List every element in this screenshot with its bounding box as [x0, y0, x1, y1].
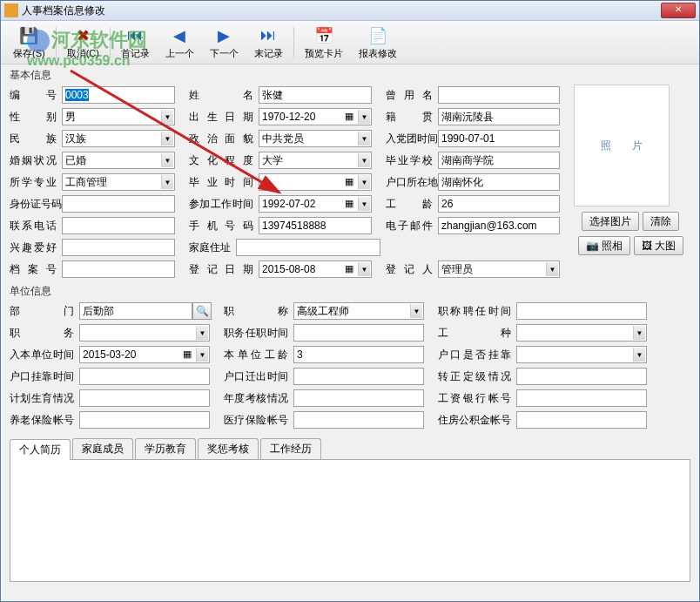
formername-label: 曾 用 名	[386, 88, 438, 103]
chevron-down-icon[interactable]: ▼	[358, 110, 370, 124]
gender-combo[interactable]: 男▼	[62, 108, 175, 125]
fileno-input[interactable]	[62, 260, 175, 278]
regular-input[interactable]	[516, 368, 647, 385]
tab-resume[interactable]: 个人简历	[10, 439, 71, 460]
chevron-down-icon[interactable]: ▼	[410, 304, 422, 318]
marriage-combo[interactable]: 已婚▼	[62, 152, 175, 169]
address-label: 家庭住址	[189, 240, 236, 255]
address-input[interactable]	[236, 239, 380, 256]
idcard-input[interactable]	[62, 195, 175, 213]
first-record-button[interactable]: ⏮首记录	[114, 24, 157, 62]
app-icon	[4, 3, 18, 17]
hobby-input[interactable]	[62, 239, 175, 256]
unitage-input[interactable]	[293, 346, 424, 363]
workage-input[interactable]	[438, 195, 560, 213]
chevron-down-icon[interactable]: ▼	[358, 153, 370, 167]
workage-label: 工 龄	[386, 197, 438, 212]
chevron-down-icon[interactable]: ▼	[358, 262, 370, 276]
medical-input[interactable]	[293, 411, 424, 429]
native-label: 籍 贯	[386, 110, 438, 125]
chevron-down-icon[interactable]: ▼	[358, 132, 370, 145]
next-record-button[interactable]: ▶下一个	[203, 24, 246, 62]
hukouout-input[interactable]	[293, 368, 424, 385]
birthplan-label: 计划生育情况	[10, 391, 79, 406]
photo-placeholder: 照片	[574, 85, 670, 206]
name-input[interactable]	[259, 86, 372, 104]
tab-work[interactable]: 工作经历	[260, 438, 321, 459]
chevron-down-icon[interactable]: ▼	[161, 110, 173, 124]
education-label: 文化程度	[189, 153, 259, 168]
position-label: 职 务	[10, 326, 79, 341]
select-image-button[interactable]: 选择图片	[582, 212, 639, 231]
annual-input[interactable]	[293, 389, 424, 407]
chevron-down-icon[interactable]: ▼	[161, 175, 173, 189]
chevron-down-icon[interactable]: ▼	[161, 153, 173, 167]
phone-input[interactable]	[62, 217, 175, 234]
tab-family[interactable]: 家庭成员	[72, 438, 133, 459]
regdate-date[interactable]: 2015-08-08▦▼	[259, 260, 372, 278]
partydate-input[interactable]	[438, 130, 560, 147]
close-button[interactable]: ✕	[661, 3, 696, 18]
nation-combo[interactable]: 汉族▼	[62, 130, 175, 147]
birthplan-input[interactable]	[79, 389, 210, 407]
report-icon: 📄	[367, 25, 388, 46]
email-input[interactable]	[438, 217, 560, 234]
titlebar: 人事档案信息修改 ✕	[1, 1, 699, 21]
chevron-down-icon[interactable]: ▼	[633, 326, 645, 340]
cancel-icon: ✖	[72, 25, 93, 46]
camera-button[interactable]: 📷照相	[578, 236, 630, 255]
preview-card-button[interactable]: 📅预览卡片	[298, 24, 350, 62]
enlarge-button[interactable]: 🖼大图	[634, 236, 683, 255]
school-label: 毕业学校	[386, 153, 438, 168]
save-button[interactable]: 💾保存(S)	[6, 24, 52, 62]
chevron-down-icon[interactable]: ▼	[161, 132, 173, 145]
position-combo[interactable]: ▼	[79, 324, 210, 342]
dept-input[interactable]	[79, 302, 192, 320]
chevron-down-icon[interactable]: ▼	[358, 197, 370, 211]
registrar-combo[interactable]: 管理员▼	[438, 260, 560, 278]
native-input[interactable]	[438, 108, 560, 125]
annual-label: 年度考核情况	[224, 391, 293, 406]
worktype-combo[interactable]: ▼	[516, 324, 647, 342]
posdate-input[interactable]	[293, 324, 424, 342]
chevron-down-icon[interactable]: ▼	[196, 348, 208, 362]
chevron-down-icon[interactable]: ▼	[546, 262, 558, 276]
tab-education[interactable]: 学历教育	[135, 438, 196, 459]
calendar-icon: ▦	[345, 198, 357, 210]
birth-date[interactable]: 1970-12-20▦▼	[259, 108, 372, 125]
hukoutime-input[interactable]	[79, 368, 210, 385]
mobile-input[interactable]	[259, 217, 372, 234]
political-combo[interactable]: 中共党员▼	[259, 130, 372, 147]
formername-input[interactable]	[438, 86, 560, 104]
chevron-down-icon[interactable]: ▼	[358, 175, 370, 189]
joindate-date[interactable]: 2015-03-20▦▼	[79, 346, 210, 363]
tab-reward[interactable]: 奖惩考核	[198, 438, 259, 459]
pension-input[interactable]	[79, 411, 210, 429]
title-combo[interactable]: 高级工程师▼	[293, 302, 424, 320]
graddate-date[interactable]: ▦▼	[259, 173, 372, 191]
salarybank-input[interactable]	[516, 389, 647, 407]
chevron-down-icon[interactable]: ▼	[633, 348, 645, 362]
marriage-label: 婚姻状况	[10, 153, 62, 168]
education-combo[interactable]: 大学▼	[259, 152, 372, 169]
chevron-down-icon[interactable]: ▼	[196, 326, 208, 340]
titledate-input[interactable]	[516, 302, 647, 320]
medical-label: 医疗保险帐号	[224, 413, 293, 428]
tab-content[interactable]	[10, 460, 690, 582]
hukouattach-combo[interactable]: ▼	[516, 346, 647, 363]
regular-label: 转正定级情况	[438, 369, 516, 384]
workdate-date[interactable]: 1992-07-02▦▼	[259, 195, 372, 213]
report-edit-button[interactable]: 📄报表修改	[352, 24, 404, 62]
prev-record-button[interactable]: ◀上一个	[158, 24, 201, 62]
cancel-button[interactable]: ✖取消(C)	[60, 24, 106, 62]
housing-input[interactable]	[516, 411, 647, 429]
political-label: 政治面貌	[189, 132, 259, 146]
hukouloc-input[interactable]	[438, 173, 560, 191]
dept-search-button[interactable]: 🔍	[192, 302, 212, 320]
next-icon: ▶	[213, 25, 234, 46]
major-combo[interactable]: 工商管理▼	[62, 173, 175, 191]
last-record-button[interactable]: ⏭末记录	[247, 24, 290, 62]
clear-image-button[interactable]: 清除	[643, 212, 679, 231]
school-input[interactable]	[438, 152, 560, 169]
id-input[interactable]: 0003	[62, 86, 175, 104]
